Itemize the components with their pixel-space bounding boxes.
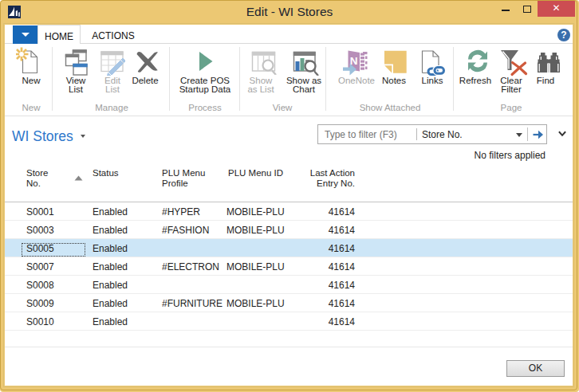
svg-text:N: N — [350, 55, 358, 67]
